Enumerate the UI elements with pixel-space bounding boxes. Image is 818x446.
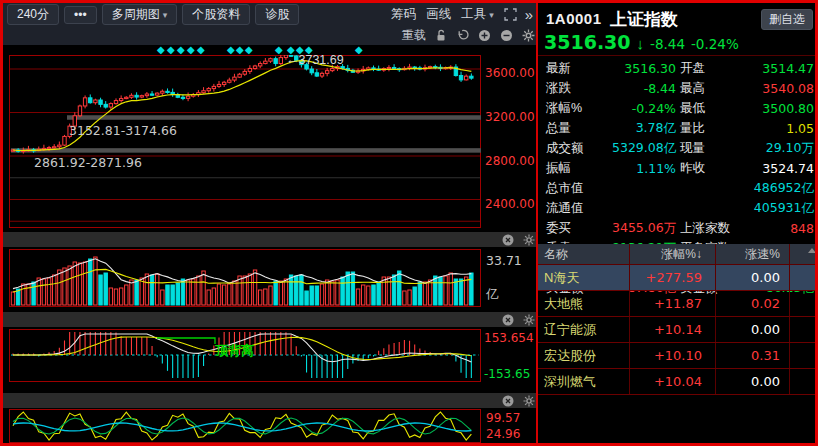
stock-row-change-pct: +277.59 bbox=[630, 265, 716, 290]
table-scroll-up-icon[interactable] bbox=[808, 248, 816, 253]
quote-row: 委买3455.06万上涨家数848 bbox=[538, 218, 818, 238]
collapse-panel-icon[interactable]: » bbox=[525, 6, 533, 23]
fullscreen-icon[interactable] bbox=[504, 8, 517, 21]
col-header-speed[interactable]: 涨速% bbox=[716, 244, 790, 264]
quote-label: 上涨家数 bbox=[680, 220, 752, 237]
main-candlestick-chart[interactable] bbox=[9, 55, 481, 228]
y-axis-label: 3600.00 bbox=[485, 66, 535, 80]
chart-toolbar: 240分 ••• 多周期图▾ 个股资料 诊股 筹码 画线 工具▾ » bbox=[3, 3, 539, 26]
multi-period-label: 多周期图 bbox=[112, 7, 160, 21]
kdj-min-label: 24.96 bbox=[486, 427, 520, 441]
lock-icon[interactable] bbox=[435, 29, 447, 42]
diagnose-button[interactable]: 诊股 bbox=[255, 4, 299, 25]
tools-label: 工具 bbox=[461, 7, 486, 21]
quote-value: 3.78亿 bbox=[612, 120, 676, 137]
col-header-change-pct[interactable]: 涨幅%↓ bbox=[630, 244, 716, 264]
quote-value: 1.05 bbox=[752, 121, 814, 136]
quote-row: 总市值486952亿 bbox=[538, 178, 818, 198]
tools-button[interactable]: 工具▾ bbox=[461, 6, 494, 23]
close-panel-icon[interactable] bbox=[502, 314, 514, 326]
chevron-down-icon: ▾ bbox=[489, 10, 494, 20]
stock-info-button[interactable]: 个股资料 bbox=[182, 4, 250, 25]
gear-icon[interactable] bbox=[523, 234, 535, 246]
diamond-marker-icon: ◆ bbox=[187, 44, 195, 55]
multi-period-button[interactable]: 多周期图▾ bbox=[102, 4, 178, 25]
quote-value: 3540.08 bbox=[752, 81, 814, 96]
stock-name: 上证指数 bbox=[610, 8, 678, 31]
undo-icon[interactable] bbox=[456, 29, 469, 42]
diamond-marker-icon: ◆ bbox=[236, 44, 244, 55]
draw-line-button[interactable]: 画线 bbox=[426, 6, 451, 23]
volume-chart[interactable] bbox=[9, 249, 481, 307]
stock-row[interactable]: N海天+277.590.00 bbox=[538, 265, 818, 291]
more-periods-button[interactable]: ••• bbox=[64, 6, 97, 24]
stock-row[interactable]: 深圳燃气+10.040.00 bbox=[538, 369, 818, 395]
reload-button[interactable]: 重载 bbox=[402, 27, 426, 44]
stock-row-name: 大地熊 bbox=[538, 291, 630, 316]
quote-value: -8.44 bbox=[612, 81, 676, 96]
stock-row-change-pct: +11.87 bbox=[630, 291, 716, 316]
quote-value: -0.24% bbox=[612, 101, 676, 116]
stock-row-name: N海天 bbox=[538, 265, 630, 290]
stock-row[interactable]: 宏达股份+10.100.31 bbox=[538, 343, 818, 369]
stock-row[interactable]: 大地熊+11.870.02 bbox=[538, 291, 818, 317]
zoom-in-icon[interactable] bbox=[478, 29, 491, 42]
volume-max-label: 33.71 bbox=[486, 253, 522, 268]
kdj-chart[interactable] bbox=[9, 409, 481, 443]
y-axis-label: 2400.00 bbox=[485, 197, 535, 211]
close-panel-icon[interactable] bbox=[502, 234, 514, 246]
quote-label: 总量 bbox=[546, 120, 612, 137]
volume-unit-label: 亿 bbox=[486, 286, 499, 303]
price-change: -8.44 bbox=[650, 36, 685, 52]
diamond-marker-icon: ◆ bbox=[167, 44, 175, 55]
peak-price-value: 3731.69 bbox=[299, 53, 344, 67]
quote-value: 3514.47 bbox=[752, 61, 814, 76]
quote-value: 848 bbox=[752, 221, 814, 236]
quote-value: 3524.74 bbox=[752, 161, 814, 176]
stock-row-speed: 0.31 bbox=[716, 343, 790, 368]
last-price: 3516.30 bbox=[544, 31, 631, 53]
col-header-name[interactable]: 名称 bbox=[538, 244, 630, 264]
macd-min-label: -153.65 bbox=[484, 367, 530, 381]
gear-icon[interactable] bbox=[522, 29, 535, 42]
quote-panel: 1A0001 上证指数 删自选 3516.30 ↓ -8.44 -0.24% 最… bbox=[538, 3, 818, 443]
quote-label: 开盘 bbox=[680, 60, 752, 77]
zoom-out-icon[interactable] bbox=[500, 29, 513, 42]
left-arrow-icon: ← bbox=[286, 53, 299, 67]
table-body: N海天+277.590.00大地熊+11.870.02辽宁能源+10.140.0… bbox=[538, 265, 818, 395]
stock-code: 1A0001 bbox=[546, 10, 602, 27]
quote-row: 总量3.78亿量比1.05 bbox=[538, 118, 818, 138]
quote-label: 振幅 bbox=[546, 160, 612, 177]
quote-value: 405931亿 bbox=[612, 200, 814, 217]
quote-value: 5329.08亿 bbox=[612, 140, 676, 157]
diamond-marker-icon: ◆ bbox=[275, 44, 283, 55]
quote-label: 流通值 bbox=[546, 200, 612, 217]
stock-row-change-pct: +10.14 bbox=[630, 317, 716, 342]
close-panel-icon[interactable] bbox=[502, 395, 514, 407]
quote-row: 成交额5329.08亿现量29.10万 bbox=[538, 138, 818, 158]
quote-row: 涨幅%-0.24%最低3500.80 bbox=[538, 98, 818, 118]
chips-button[interactable]: 筹码 bbox=[391, 6, 416, 23]
divergence-annotation: 顶背离 bbox=[215, 342, 254, 360]
table-header-row: 名称 涨幅%↓ 涨速% bbox=[538, 244, 818, 265]
gainers-table: 名称 涨幅%↓ 涨速% N海天+277.590.00大地熊+11.870.02辽… bbox=[538, 244, 818, 395]
quote-value: 3455.06万 bbox=[612, 220, 676, 237]
price-line: 3516.30 ↓ -8.44 -0.24% bbox=[544, 31, 739, 53]
resistance-band-label: 3152.81-3174.66 bbox=[69, 123, 177, 138]
stock-row[interactable]: 辽宁能源+10.140.00 bbox=[538, 317, 818, 343]
stock-row-name: 宏达股份 bbox=[538, 343, 630, 368]
remove-watchlist-button[interactable]: 删自选 bbox=[761, 9, 813, 30]
stock-row-name: 辽宁能源 bbox=[538, 317, 630, 342]
stock-row-speed: 0.00 bbox=[716, 369, 790, 394]
quote-row: 涨跌-8.44最高3540.08 bbox=[538, 78, 818, 98]
y-axis-label: 2800.00 bbox=[485, 154, 535, 168]
macd-panel-header bbox=[3, 312, 557, 327]
quote-label: 昨收 bbox=[680, 160, 752, 177]
quote-label: 委买 bbox=[546, 220, 612, 237]
quote-value: 29.10万 bbox=[752, 140, 814, 157]
gear-icon[interactable] bbox=[523, 314, 535, 326]
gear-icon[interactable] bbox=[523, 395, 535, 407]
period-button[interactable]: 240分 bbox=[7, 4, 59, 25]
divider bbox=[538, 55, 818, 56]
quote-label: 最高 bbox=[680, 80, 752, 97]
